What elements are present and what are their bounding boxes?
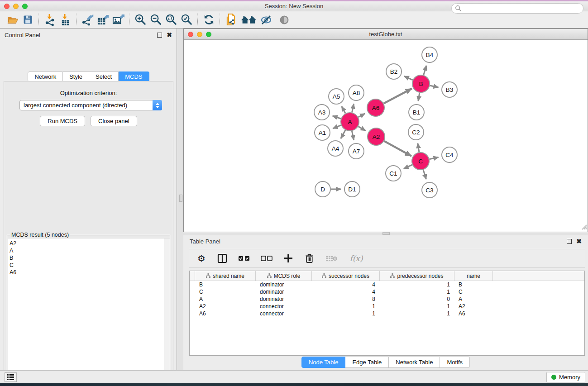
criterion-dropdown[interactable]: largest connected component (directed) (19, 100, 162, 110)
zoom-fit-icon[interactable] (163, 13, 179, 27)
search-input[interactable] (451, 3, 583, 14)
export-network-icon[interactable] (80, 13, 95, 27)
column-header-shared-name[interactable]: shared name (195, 271, 256, 281)
edge-C-C3[interactable] (423, 170, 426, 179)
cell-name[interactable]: A2 (454, 303, 493, 310)
window-resize-grip[interactable] (581, 224, 587, 231)
cell-predecessor-nodes[interactable]: 1 (380, 288, 454, 295)
edge-B-B2[interactable] (404, 76, 413, 80)
tab-motifs[interactable]: Motifs (440, 357, 470, 368)
tab-edge-table[interactable]: Edge Table (345, 357, 389, 368)
cell-predecessor-nodes[interactable]: 0 (380, 295, 454, 303)
table-row[interactable]: A2connector11A2 (190, 303, 584, 310)
cell-predecessor-nodes[interactable]: 1 (380, 310, 454, 317)
task-history-icon[interactable] (5, 372, 17, 382)
gear-icon[interactable]: ⚙ (196, 253, 207, 264)
tab-select[interactable]: Select (89, 71, 119, 82)
vertical-splitter-grip[interactable] (179, 195, 182, 202)
table-row[interactable]: Adominator80A (190, 295, 584, 303)
result-list-item[interactable]: C (10, 262, 170, 269)
export-image-icon[interactable] (110, 13, 126, 27)
edge-B-B3[interactable] (430, 86, 439, 87)
edge-B-B1[interactable] (418, 93, 420, 101)
edge-B-B4[interactable] (424, 66, 426, 75)
tab-network-table[interactable]: Network Table (389, 357, 440, 368)
table-row[interactable]: Bdominator41B (190, 281, 584, 288)
cell-successor-nodes[interactable]: 4 (312, 288, 380, 295)
edge-A-A1[interactable] (333, 125, 341, 129)
cell-name[interactable]: A (454, 295, 493, 303)
cell-MCDS-role[interactable]: dominator (256, 281, 312, 288)
network-window-titlebar[interactable]: testGlobe.txt (184, 29, 588, 40)
home-neighbors-icon[interactable] (239, 13, 258, 27)
cell-shared-name[interactable]: B (195, 281, 256, 288)
close-table-panel-icon[interactable]: ✖ (576, 239, 582, 244)
column-header-predecessor-nodes[interactable]: predecessor nodes (380, 271, 454, 281)
add-column-icon[interactable] (282, 253, 294, 264)
cell-successor-nodes[interactable]: 4 (312, 281, 380, 288)
list-scrollbar[interactable] (164, 238, 170, 386)
memory-button[interactable]: Memory (546, 372, 585, 382)
result-list-item[interactable]: A (10, 247, 170, 254)
open-file-icon[interactable] (5, 13, 20, 27)
cell-MCDS-role[interactable]: dominator (256, 295, 312, 303)
select-all-icon[interactable] (237, 253, 251, 264)
table-row[interactable]: A6connector11A6 (190, 310, 584, 317)
edge-A-A7[interactable] (352, 131, 354, 140)
function-builder-icon[interactable]: f(x) (348, 253, 365, 264)
float-panel-icon[interactable] (157, 33, 162, 38)
cell-MCDS-role[interactable]: connector (256, 310, 312, 317)
delete-table-icon[interactable] (324, 253, 339, 264)
run-mcds-button[interactable]: Run MCDS (40, 116, 85, 126)
table-row[interactable]: Cdominator41C (190, 288, 584, 295)
column-header-name[interactable]: name (454, 271, 493, 281)
column-header-successor-nodes[interactable]: successor nodes (312, 271, 380, 281)
cell-successor-nodes[interactable]: 1 (312, 310, 380, 317)
column-header-MCDS-role[interactable]: MCDS role (256, 271, 312, 281)
edge-A2-C[interactable] (384, 141, 411, 156)
edge-C-C4[interactable] (430, 157, 439, 159)
cell-MCDS-role[interactable]: connector (256, 303, 312, 310)
cell-predecessor-nodes[interactable]: 1 (380, 281, 454, 288)
edge-A-A3[interactable] (333, 116, 341, 119)
refresh-icon[interactable] (201, 13, 216, 27)
clone-network-icon[interactable] (223, 13, 239, 27)
cell-successor-nodes[interactable]: 1 (312, 303, 380, 310)
edge-C-C1[interactable] (404, 165, 412, 169)
import-table-icon[interactable] (57, 13, 73, 27)
zoom-out-icon[interactable] (148, 13, 163, 27)
import-network-icon[interactable] (42, 13, 57, 27)
cell-shared-name[interactable]: A (195, 295, 256, 303)
tab-network[interactable]: Network (28, 71, 63, 82)
column-view-icon[interactable] (216, 253, 228, 264)
edge-A-A4[interactable] (341, 130, 345, 138)
tab-node-table[interactable]: Node Table (301, 357, 346, 368)
deselect-all-icon[interactable] (260, 253, 273, 264)
tab-style[interactable]: Style (63, 71, 89, 82)
cell-successor-nodes[interactable]: 8 (312, 295, 380, 303)
show-graphics-icon[interactable] (277, 13, 292, 27)
cell-shared-name[interactable]: C (195, 288, 256, 295)
cell-name[interactable]: B (454, 281, 493, 288)
edge-C-C2[interactable] (418, 143, 419, 152)
close-panel-icon[interactable]: ✖ (167, 33, 172, 38)
export-table-icon[interactable] (95, 13, 110, 27)
edge-A6-B[interactable] (384, 89, 412, 104)
cell-MCDS-role[interactable]: dominator (256, 288, 312, 295)
close-panel-button[interactable]: Close panel (91, 116, 137, 126)
cell-shared-name[interactable]: A6 (195, 310, 256, 317)
result-list-item[interactable]: B (10, 254, 170, 262)
float-table-panel-icon[interactable] (567, 239, 572, 244)
edge-A-A2[interactable] (358, 126, 365, 130)
cell-shared-name[interactable]: A2 (195, 303, 256, 310)
cell-predecessor-nodes[interactable]: 1 (380, 303, 454, 310)
delete-column-icon[interactable] (303, 253, 315, 264)
result-list-item[interactable]: A2 (10, 240, 170, 247)
tab-mcds[interactable]: MCDS (119, 71, 149, 82)
hide-selected-icon[interactable] (258, 13, 274, 27)
edge-A-A5[interactable] (342, 106, 345, 113)
edge-A-A6[interactable] (358, 114, 365, 117)
cell-name[interactable]: C (454, 288, 493, 295)
network-canvas[interactable]: B4B2BB3A8A5A6A3B1AC2A1A2A4A7C4CC1DD1C3 (184, 40, 587, 232)
result-list-item[interactable]: A6 (10, 269, 170, 276)
